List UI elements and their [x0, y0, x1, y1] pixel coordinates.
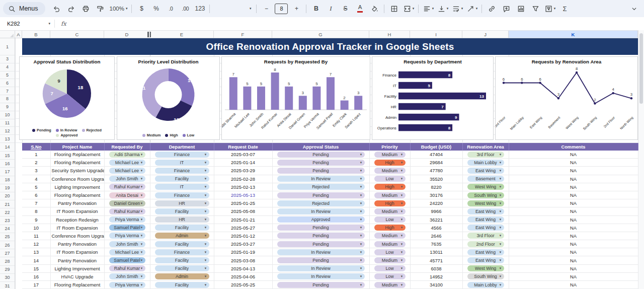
cell-renovation-area[interactable]: Main Lobby▼	[462, 281, 509, 289]
cell-renovation-area[interactable]: South Wing▼	[462, 191, 509, 199]
vertical-align-button[interactable]: ▾	[436, 2, 450, 15]
cell-budget[interactable]: 45771	[410, 256, 462, 264]
renovation-area-dropdown[interactable]: West Wing▼	[467, 265, 504, 271]
approval-status-dropdown[interactable]: In Review▼	[277, 273, 365, 279]
department-dropdown[interactable]: HR▼	[155, 200, 209, 206]
cell-sno[interactable]: 13	[22, 248, 50, 256]
cell-department[interactable]: IT▼	[150, 183, 214, 191]
row-number[interactable]: 30	[0, 274, 15, 282]
department-dropdown[interactable]: Facility▼	[155, 225, 209, 231]
frozen-pane-handle[interactable]	[147, 32, 151, 37]
priority-dropdown[interactable]: High▼	[374, 160, 406, 166]
scrollbar-thumb[interactable]	[639, 33, 643, 104]
cell-department[interactable]: Facility▼	[150, 264, 214, 272]
cell-approval-status[interactable]: In Review▼	[272, 264, 369, 272]
hide-menus-button[interactable]	[627, 2, 641, 15]
approval-status-dropdown[interactable]: Rejected▼	[277, 200, 365, 206]
cell-sno[interactable]: 7	[22, 199, 50, 207]
cell-project[interactable]: Flooring Replacement	[50, 281, 104, 289]
row-number[interactable]: 22	[0, 208, 15, 216]
cell-budget[interactable]: 47780	[410, 167, 462, 175]
name-box[interactable]: K282 ▾	[0, 21, 54, 27]
cell-requested-by[interactable]: John Smith▼	[104, 272, 150, 280]
cell-requested-by[interactable]: Daniel Green▼	[104, 199, 150, 207]
cell-comments[interactable]: NA	[509, 224, 638, 232]
table-header-s-no[interactable]: S.No	[22, 143, 50, 151]
cell-requested-by[interactable]: Samuel Patel▼	[104, 256, 150, 264]
cell-budget[interactable]: 24220	[410, 199, 462, 207]
print-button[interactable]	[79, 2, 93, 15]
table-header-request-date[interactable]: Request Date	[214, 143, 272, 151]
column-header-K[interactable]: K	[509, 31, 638, 38]
renovation-area-dropdown[interactable]: East Wing▼	[467, 257, 504, 263]
cell-priority[interactable]: Medium▼	[369, 167, 410, 175]
cell-priority[interactable]: High▼	[369, 183, 410, 191]
cell-department[interactable]: Facility▼	[150, 256, 214, 264]
priority-dropdown[interactable]: Medium▼	[374, 257, 406, 263]
cell-renovation-area[interactable]: 2nd Floor▼	[462, 240, 509, 248]
horizontal-align-button[interactable]: ▾	[421, 2, 435, 15]
priority-dropdown[interactable]: Medium▼	[374, 241, 406, 247]
cell-requested-by[interactable]: Michael Lee▼	[104, 167, 150, 175]
formula-input[interactable]	[71, 17, 644, 30]
cell-comments[interactable]: NA	[509, 151, 638, 159]
renovation-area-dropdown[interactable]: West Wing▼	[467, 200, 504, 206]
cell-comments[interactable]: NA	[509, 183, 638, 191]
priority-dropdown[interactable]: High▼	[374, 225, 406, 231]
renovation-area-dropdown[interactable]: East Wing▼	[467, 168, 504, 174]
cell-renovation-area[interactable]: Basement▼	[462, 175, 509, 183]
row-number[interactable]: 5	[0, 71, 15, 80]
table-header-comments[interactable]: Comments	[509, 143, 638, 151]
cell-comments[interactable]: NA	[509, 199, 638, 207]
title-row[interactable]: Office Renovation Approval Tracker in Go…	[15, 38, 638, 55]
cell-sno[interactable]: 3	[22, 167, 50, 175]
priority-dropdown[interactable]: Low▼	[374, 265, 406, 271]
requested-by-dropdown[interactable]: Michael Lee▼	[109, 249, 145, 255]
cell-project[interactable]: Conference Room Upgrade	[50, 175, 104, 183]
cell-requested-by[interactable]: Priya Verma▼	[104, 232, 150, 240]
cell-approval-status[interactable]: Pending▼	[272, 232, 369, 240]
column-header-F[interactable]: F	[214, 31, 272, 38]
cell-request-date[interactable]: 2025-01-12	[214, 232, 272, 240]
cell-renovation-area[interactable]: West Wing▼	[462, 183, 509, 191]
cell-requested-by[interactable]: Michael Lee▼	[104, 248, 150, 256]
cell-comments[interactable]: NA	[509, 264, 638, 272]
cell-approval-status[interactable]: Approved▼	[272, 215, 369, 224]
cell-priority[interactable]: Medium▼	[369, 281, 410, 289]
cell-department[interactable]: Facility▼	[150, 240, 214, 248]
column-header-H[interactable]: H	[369, 31, 410, 38]
cell-approval-status[interactable]: Pending▼	[272, 159, 369, 167]
cell-renovation-area[interactable]: East Wing▼	[462, 248, 509, 256]
functions-button[interactable]: Σ	[557, 2, 572, 15]
department-dropdown[interactable]: Finance▼	[155, 192, 209, 198]
cell-project[interactable]: Pantry Renovation	[50, 256, 104, 264]
department-dropdown[interactable]: Finance▼	[155, 152, 209, 158]
bold-button[interactable]: B	[309, 2, 323, 15]
cell-requested-by[interactable]: Rahul Kumar▼	[104, 183, 150, 191]
cell-budget[interactable]: 29684	[410, 159, 462, 167]
department-dropdown[interactable]: IT▼	[155, 184, 209, 190]
cell-department[interactable]: Facility▼	[150, 207, 214, 215]
priority-dropdown[interactable]: Medium▼	[374, 233, 406, 239]
row-number[interactable]: 4	[0, 63, 15, 71]
cell-requested-by[interactable]: Aditi Sharma▼	[104, 151, 150, 159]
cell-requested-by[interactable]: Rahul Kumar▼	[104, 207, 150, 215]
cell-comments[interactable]: NA	[509, 159, 638, 167]
row-number[interactable]: 6	[0, 79, 15, 87]
row-number[interactable]: 12	[0, 127, 15, 135]
cell-project[interactable]: IT Room Expansion	[50, 207, 104, 215]
cell-requested-by[interactable]: Rahul Kumar▼	[104, 264, 150, 272]
cell-sno[interactable]: 5	[22, 183, 50, 191]
merge-cells-button[interactable]: ▾	[401, 2, 416, 15]
column-header-E[interactable]: E	[150, 31, 214, 38]
cell-priority[interactable]: Medium▼	[369, 256, 410, 264]
approval-status-dropdown[interactable]: Pending▼	[277, 282, 365, 288]
approval-status-dropdown[interactable]: In Review▼	[277, 208, 365, 214]
cell-comments[interactable]: NA	[509, 232, 638, 240]
priority-level-chart-panel[interactable]: Priority Level Distribution161321MediumH…	[117, 56, 220, 140]
renovation-area-dropdown[interactable]: Main Lobby▼	[467, 282, 504, 288]
cell-renovation-area[interactable]: 3rd Floor▼	[462, 232, 509, 240]
cell-request-date[interactable]: 2025-04-06	[214, 272, 272, 280]
cell-project[interactable]: Pantry Renovation	[50, 199, 104, 207]
column-header-B[interactable]: B	[22, 31, 50, 38]
